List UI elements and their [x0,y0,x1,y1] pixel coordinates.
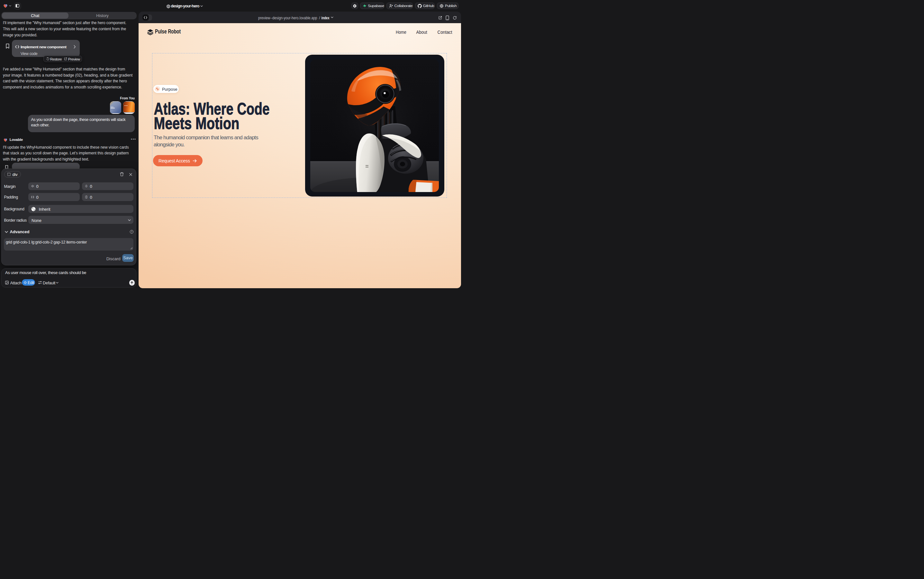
svg-text:preview--design-your-hero.lova: preview--design-your-hero.lovable.app [258,15,317,20]
svg-text:Pulse Robot: Pulse Robot [155,28,181,35]
svg-text:index: index [322,15,330,20]
svg-text:Meets Motion: Meets Motion [153,114,239,132]
svg-text:About: About [416,30,427,35]
svg-text:Home: Home [396,30,406,35]
svg-text:/: / [319,15,320,20]
svg-text:Contact: Contact [437,30,452,35]
